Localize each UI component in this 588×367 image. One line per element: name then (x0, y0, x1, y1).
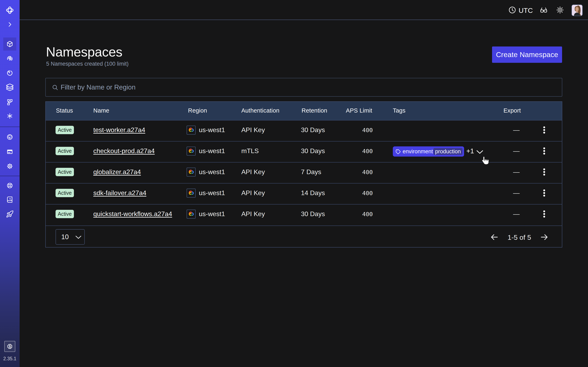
svg-text:$: $ (9, 345, 11, 349)
